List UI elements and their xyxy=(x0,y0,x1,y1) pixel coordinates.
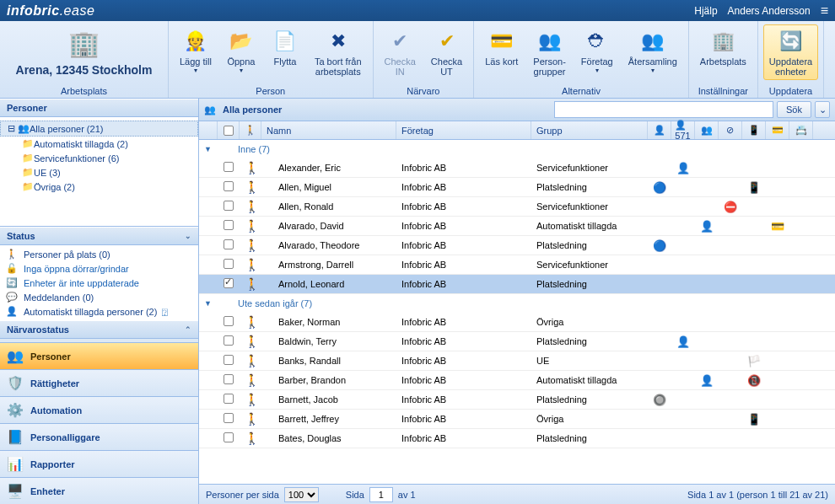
per-page-select[interactable]: 100 xyxy=(284,487,319,502)
row-checkbox[interactable] xyxy=(224,413,234,423)
row-checkbox[interactable] xyxy=(224,432,234,442)
person-row[interactable]: 🚶Barrett, JeffreyInfobric ABÖvriga📱 xyxy=(199,410,835,429)
update-units-button[interactable]: 🔄Uppdatera enheter xyxy=(763,24,818,80)
col-name[interactable]: Namn xyxy=(261,121,396,139)
col-group[interactable]: Grupp xyxy=(531,121,648,139)
person-row[interactable]: 🚶Armstrong, DarrellInfobric ABServicefun… xyxy=(199,255,835,275)
tree-ue[interactable]: 📁 UE (3) xyxy=(0,165,198,180)
person-row[interactable]: 🚶Barber, BrandonInfobric ABAutomatiskt t… xyxy=(199,371,835,390)
presence-icon: 🚶 xyxy=(240,373,261,387)
person-row[interactable]: 🚶Arnold, LeonardInfobric ABPlatsledning xyxy=(199,275,835,294)
hamburger-icon[interactable]: ≡ xyxy=(821,3,828,19)
add-button[interactable]: 👷Lägg till▾ xyxy=(174,24,218,78)
checkout-icon: ✔ xyxy=(434,28,461,55)
move-button[interactable]: 📄Flytta xyxy=(265,24,305,70)
search-input[interactable] xyxy=(554,101,773,118)
status-doors[interactable]: 🔓Inga öppna dörrar/grindar xyxy=(0,261,198,276)
person-row[interactable]: 🚶Baldwin, TerryInfobric ABPlatsledning👤 xyxy=(199,332,835,351)
status-units[interactable]: 🔄Enheter är inte uppdaterade xyxy=(0,276,198,290)
persongroups-button[interactable]: 👥Person- grupper xyxy=(527,24,572,80)
person-company: Infobric AB xyxy=(396,240,531,250)
company-button[interactable]: ⛑Företag▾ xyxy=(575,24,619,78)
site-name: Arena, 12345 Stockholm xyxy=(11,62,158,78)
help-link[interactable]: Hjälp xyxy=(694,5,717,17)
card-icon: 💳 xyxy=(488,28,515,55)
person-company: Infobric AB xyxy=(396,336,531,346)
person-group: Övriga xyxy=(531,317,648,327)
person-row[interactable]: 🚶Barnett, JacobInfobric ABPlatsledning🔘 xyxy=(199,390,835,410)
col-i6[interactable]: 💳 xyxy=(766,121,789,139)
readcard-button[interactable]: 💳Läs kort xyxy=(479,24,524,70)
person-row[interactable]: 🚶Allen, MiguelInfobric ABPlatsledning🔵📱 xyxy=(199,178,835,197)
person-row[interactable]: 🚶Alexander, EricInfobric ABServicefunkti… xyxy=(199,158,835,178)
nav-rattigheter[interactable]: 🛡️Rättigheter xyxy=(0,369,198,396)
workplace-settings-button[interactable]: 🏢Arbetsplats xyxy=(694,24,752,70)
person-name: Banks, Randall xyxy=(261,356,396,366)
row-checkbox[interactable] xyxy=(224,239,234,249)
tree-all-persons[interactable]: ⊟👥 Alla personer (21) xyxy=(0,121,198,137)
narvaro-panel-header[interactable]: Närvarostatus⌃ xyxy=(0,320,198,339)
nav-rapporter[interactable]: 📊Rapporter xyxy=(0,450,198,477)
person-row[interactable]: 🚶Baker, NormanInfobric ABÖvriga xyxy=(199,313,835,332)
person-row[interactable]: 🚶Banks, RandallInfobric ABUE🏳️ xyxy=(199,351,835,371)
tree-ovriga[interactable]: 📁 Övriga (2) xyxy=(0,180,198,194)
nav-automation[interactable]: ⚙️Automation xyxy=(0,396,198,423)
person-row[interactable]: 🚶Alvarado, DavidInfobric ABAutomatiskt t… xyxy=(199,217,835,236)
expand-search-button[interactable]: ⌄ xyxy=(815,101,830,118)
page-input[interactable] xyxy=(369,487,393,502)
presence-icon: 🚶 xyxy=(240,354,261,367)
row-checkbox[interactable] xyxy=(224,201,234,211)
row-checkbox[interactable] xyxy=(224,220,234,230)
remove-button[interactable]: ✖Ta bort från arbetsplats xyxy=(309,24,368,80)
move-icon: 📄 xyxy=(272,28,299,55)
group-row-inne[interactable]: ▼Inne (7) xyxy=(199,140,835,158)
row-checkbox[interactable] xyxy=(224,162,234,172)
col-i5[interactable]: 📱 xyxy=(742,121,766,139)
col-checkbox[interactable] xyxy=(218,121,240,139)
checkout-button[interactable]: ✔Checka UT xyxy=(425,24,468,80)
collapse-icon[interactable]: ⌄ xyxy=(185,232,191,240)
nav-personer[interactable]: 👥Personer xyxy=(0,342,198,369)
lock-open-icon: 🔓 xyxy=(5,263,19,274)
col-company[interactable]: Företag xyxy=(396,121,531,139)
col-i2[interactable]: 👤571 xyxy=(671,121,695,139)
group-row-ute[interactable]: ▼Ute sedan igår (7) xyxy=(199,294,835,313)
col-i4[interactable]: ⊘ xyxy=(719,121,742,139)
user-menu[interactable]: Anders Andersson xyxy=(728,5,811,17)
tree-service[interactable]: 📁 Servicefunktioner (6) xyxy=(0,151,198,165)
row-checkbox[interactable] xyxy=(224,394,234,404)
presence-icon: 🚶 xyxy=(240,412,261,426)
status-panel-header[interactable]: Status⌄ xyxy=(0,227,198,245)
row-checkbox[interactable] xyxy=(224,355,234,365)
search-button[interactable]: Sök xyxy=(777,101,811,118)
status-messages[interactable]: 💬Meddelanden (0) xyxy=(0,290,198,304)
presence-icon: 🚶 xyxy=(240,393,261,406)
person-name: Alexander, Eric xyxy=(261,163,396,173)
col-i3[interactable]: 👥 xyxy=(695,121,719,139)
row-checkbox[interactable] xyxy=(224,335,234,346)
row-checkbox[interactable] xyxy=(224,278,234,288)
person-row[interactable]: 🚶Bates, DouglasInfobric ABPlatsledning xyxy=(199,429,835,448)
grid-body[interactable]: ▼Inne (7)🚶Alexander, EricInfobric ABServ… xyxy=(199,140,835,484)
nav-enheter[interactable]: 🖥️Enheter xyxy=(0,477,198,504)
open-button[interactable]: 📂Öppna▾ xyxy=(221,24,261,78)
person-company: Infobric AB xyxy=(396,221,531,231)
row-checkbox[interactable] xyxy=(224,259,234,269)
status-auto-persons[interactable]: 👤Automatiskt tillagda personer (2) ⍰ xyxy=(0,304,198,319)
checkin-button[interactable]: ✔Checka IN xyxy=(379,24,422,80)
person-row[interactable]: 🚶Alvarado, TheodoreInfobric ABPlatsledni… xyxy=(199,236,835,255)
row-checkbox[interactable] xyxy=(224,374,234,384)
tree-auto[interactable]: 📁 Automatiskt tillagda (2) xyxy=(0,137,198,151)
row-checkbox[interactable] xyxy=(224,181,234,191)
expand-icon[interactable]: ⌃ xyxy=(185,325,191,334)
status-onsite[interactable]: 🚶Personer på plats (0) xyxy=(0,247,198,261)
row-checkbox[interactable] xyxy=(224,316,234,326)
person-row[interactable]: 🚶Allen, RonaldInfobric ABServicefunktion… xyxy=(199,197,835,217)
col-i7[interactable]: 📇 xyxy=(789,121,813,139)
nav-personalliggare[interactable]: 📘Personalliggare xyxy=(0,423,198,450)
help-icon[interactable]: ⍰ xyxy=(162,307,168,317)
col-i1[interactable]: 👤 xyxy=(648,121,671,139)
assembly-button[interactable]: 👥Återsamling▾ xyxy=(622,24,683,78)
ribbon-caption-alt: Alternativ xyxy=(474,85,688,98)
col-status-icon[interactable]: 🚶 xyxy=(240,121,261,139)
